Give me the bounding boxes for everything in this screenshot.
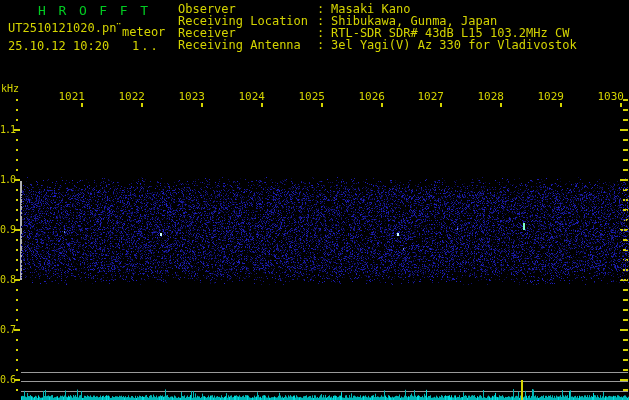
minute-counter: 1.. [132, 40, 160, 52]
app-title: H R O F F T [38, 4, 151, 18]
x-axis-tick-label: 1027 [414, 91, 444, 102]
y-axis-tick-label: 0.8 [0, 275, 15, 285]
output-filename: UT2510121020.pn [8, 22, 116, 34]
x-axis-tick-label: 1030 [594, 91, 624, 102]
spectrogram-canvas [0, 0, 629, 400]
y-axis-tick-label: 0.7 [0, 325, 15, 335]
x-axis-tick-label: 1022 [115, 91, 145, 102]
y-axis-tick-label: 1.0 [0, 175, 15, 185]
info-value: 3el Yagi(V) Az 330 for Vladivostok [331, 39, 577, 51]
x-axis-tick-label: 1021 [55, 91, 85, 102]
y-axis-tick-label: 0.9 [0, 225, 15, 235]
date-time: 25.10.12 10:20 [8, 40, 109, 52]
hrofft-output-screen: H R O F F T UT2510121020.pn ¨ meteor 25.… [0, 0, 629, 400]
x-axis-tick-label: 1025 [295, 91, 325, 102]
info-separator: : [317, 39, 324, 51]
y-axis-tick-label: 1.1 [0, 125, 15, 135]
observation-name: meteor [122, 26, 165, 38]
y-axis-unit: kHz [1, 84, 19, 94]
x-axis-tick-label: 1026 [355, 91, 385, 102]
y-axis-tick-label: 0.6 [0, 375, 15, 385]
info-label: Receiving Antenna [178, 39, 301, 51]
x-axis-tick-label: 1029 [534, 91, 564, 102]
x-axis-tick-label: 1023 [175, 91, 205, 102]
x-axis-tick-label: 1024 [235, 91, 265, 102]
x-axis-tick-label: 1028 [474, 91, 504, 102]
